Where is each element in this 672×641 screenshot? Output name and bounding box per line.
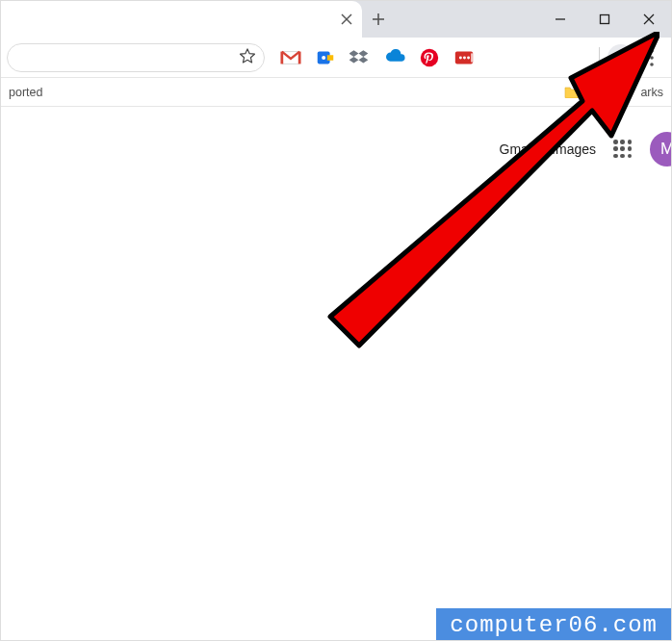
bookmark-folder-2[interactable]: arks xyxy=(640,86,663,99)
images-link[interactable]: Images xyxy=(552,141,596,157)
svg-rect-11 xyxy=(327,55,333,61)
onedrive-ext-icon[interactable] xyxy=(384,47,405,68)
active-tab[interactable] xyxy=(1,1,362,38)
svg-point-16 xyxy=(467,56,470,59)
toolbar-right xyxy=(599,44,665,71)
gmail-link[interactable]: Gmail xyxy=(500,141,535,157)
address-bar[interactable] xyxy=(7,43,265,72)
toolbar xyxy=(1,38,671,78)
new-tab-button[interactable] xyxy=(362,1,395,38)
google-apps-icon[interactable] xyxy=(613,140,633,159)
bookmark-star-icon[interactable] xyxy=(239,47,256,67)
page-content: Gmail Images M xyxy=(1,107,671,641)
bookmark-item-imported[interactable]: ported xyxy=(9,86,42,99)
minimize-button[interactable] xyxy=(538,1,582,38)
svg-point-23 xyxy=(650,56,654,60)
svg-point-19 xyxy=(617,54,620,57)
chrome-menu-button[interactable] xyxy=(642,44,661,71)
svg-point-14 xyxy=(459,56,462,59)
svg-point-18 xyxy=(614,51,628,64)
svg-point-24 xyxy=(650,63,654,66)
lastpass-ext-icon[interactable] xyxy=(453,47,475,68)
bookmark-folder-1[interactable]: C xyxy=(564,86,594,99)
close-window-button[interactable] xyxy=(627,1,671,38)
watermark-text: computer06.com xyxy=(450,612,658,638)
svg-rect-5 xyxy=(601,15,609,24)
gmail-ext-icon[interactable] xyxy=(280,47,301,68)
tab-strip xyxy=(1,1,671,38)
google-top-nav: Gmail Images M xyxy=(500,132,672,167)
svg-point-20 xyxy=(623,54,626,57)
svg-point-21 xyxy=(620,59,623,62)
dropbox-ext-icon[interactable] xyxy=(349,47,371,68)
close-tab-icon[interactable] xyxy=(339,12,354,27)
google-account-avatar[interactable]: M xyxy=(650,132,672,167)
profile-button[interactable] xyxy=(607,44,634,71)
svg-point-12 xyxy=(421,48,438,65)
maximize-button[interactable] xyxy=(582,1,627,38)
svg-point-15 xyxy=(463,56,466,59)
google-tag-ext-icon[interactable] xyxy=(315,47,336,68)
window-controls xyxy=(538,1,671,38)
pinterest-ext-icon[interactable] xyxy=(419,47,440,68)
bookmark-folder-label: C xyxy=(585,86,594,99)
bookmark-label: ported xyxy=(9,86,42,99)
svg-point-10 xyxy=(322,55,325,59)
folder-icon xyxy=(564,86,580,98)
toolbar-separator xyxy=(599,47,600,68)
svg-point-22 xyxy=(650,49,654,53)
avatar-initial: M xyxy=(660,140,672,159)
svg-rect-17 xyxy=(471,53,472,62)
watermark: computer06.com xyxy=(436,608,671,640)
bookmarks-bar: ported C arks xyxy=(1,78,671,107)
bookmark-folder-label: arks xyxy=(640,86,663,99)
extension-icons xyxy=(280,47,475,68)
